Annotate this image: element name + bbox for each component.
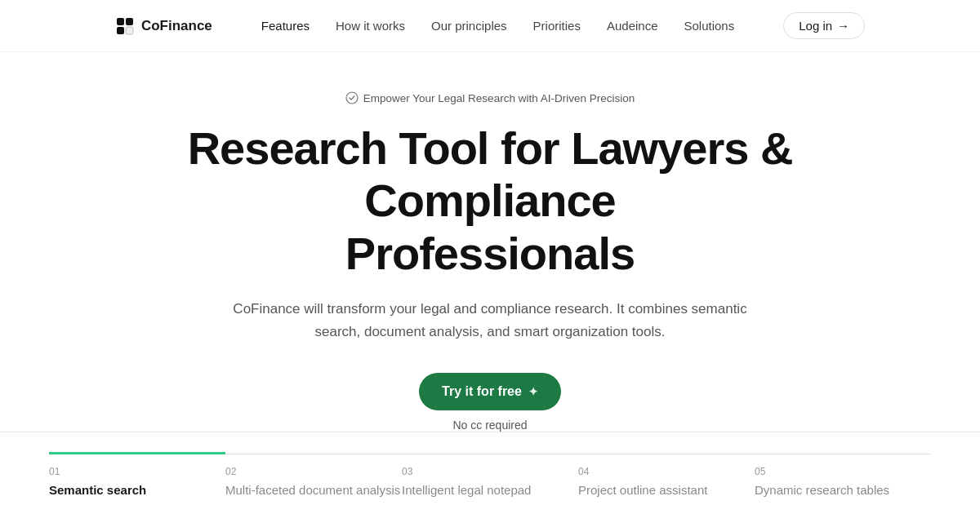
features-track: 01 Semantic search 02 Multi-faceted docu… <box>49 432 931 514</box>
logo[interactable]: CoFinance <box>115 16 212 36</box>
feature-num-5: 05 <box>755 466 931 477</box>
login-arrow: → <box>837 19 849 33</box>
feature-num-1: 01 <box>49 466 225 477</box>
feature-label-2: Multi-faceted document analysis <box>225 483 400 497</box>
login-button[interactable]: Log in → <box>783 12 865 39</box>
login-label: Log in <box>799 19 832 33</box>
hero-section: Empower Your Legal Research with AI-Driv… <box>0 52 980 461</box>
feature-item-4[interactable]: 04 Project outline assistant <box>578 454 755 498</box>
svg-rect-1 <box>126 18 133 25</box>
nav-item-our-principles[interactable]: Our principles <box>431 19 507 33</box>
feature-label-4: Project outline assistant <box>578 483 707 497</box>
feature-num-2: 02 <box>225 466 402 477</box>
feature-label-1: Semantic search <box>49 483 146 497</box>
cta-label: Try it for free <box>442 384 522 399</box>
nav-item-solutions[interactable]: Solutions <box>684 19 735 33</box>
logo-text: CoFinance <box>141 18 212 34</box>
navbar: CoFinance Features How it works Our prin… <box>0 0 980 52</box>
badge-text: Empower Your Legal Research with AI-Driv… <box>363 92 635 104</box>
no-cc-text: No cc required <box>452 419 527 432</box>
nav-links: Features How it works Our principles Pri… <box>261 19 734 33</box>
hero-badge: Empower Your Legal Research with AI-Driv… <box>345 91 635 104</box>
hero-title: Research Tool for Lawyers & Compliance P… <box>163 122 817 280</box>
svg-rect-2 <box>117 27 124 34</box>
features-bar: 01 Semantic search 02 Multi-faceted docu… <box>0 432 980 514</box>
feature-num-4: 04 <box>578 466 755 477</box>
nav-item-features[interactable]: Features <box>261 19 310 33</box>
feature-label-3: Intelligent legal notepad <box>402 483 531 497</box>
hero-subtitle: CoFinance will transform your legal and … <box>220 298 760 343</box>
badge-icon <box>345 91 359 104</box>
hero-title-line2: Professionals <box>345 228 635 279</box>
feature-item-5[interactable]: 05 Dynamic research tables <box>755 454 931 498</box>
feature-item-1[interactable]: 01 Semantic search <box>49 452 225 498</box>
try-it-free-button[interactable]: Try it for free ✦ <box>419 373 561 410</box>
feature-item-2[interactable]: 02 Multi-faceted document analysis <box>225 454 402 498</box>
feature-label-5: Dynamic research tables <box>755 483 889 497</box>
feature-item-3[interactable]: 03 Intelligent legal notepad <box>402 454 578 498</box>
logo-icon <box>115 16 135 36</box>
nav-item-audeince[interactable]: Audeince <box>607 19 658 33</box>
svg-rect-0 <box>117 18 124 25</box>
nav-item-priorities[interactable]: Priorities <box>533 19 581 33</box>
hero-title-line1: Research Tool for Lawyers & Compliance <box>188 122 793 226</box>
cta-group: Try it for free ✦ No cc required <box>419 373 561 432</box>
cta-sparkle-icon: ✦ <box>528 385 538 398</box>
feature-num-3: 03 <box>402 466 578 477</box>
nav-item-how-it-works[interactable]: How it works <box>336 19 405 33</box>
svg-rect-3 <box>126 27 133 34</box>
svg-point-4 <box>346 92 358 104</box>
